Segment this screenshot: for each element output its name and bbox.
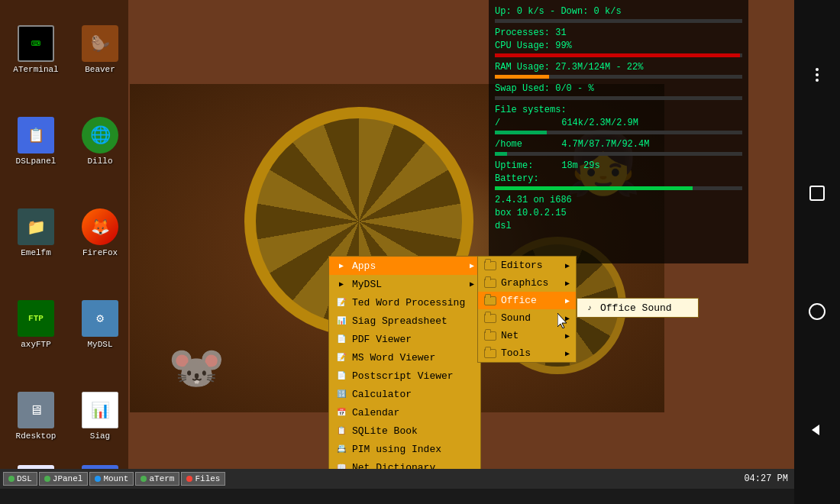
android-recents-button[interactable] [803,179,831,207]
axyftp-icon: FTP [18,300,54,337]
desktop-icon-dillo[interactable]: 🌐 Dillo [68,95,132,187]
network-bar [495,19,742,23]
battery-bar-container [495,186,742,190]
sub-menu-net[interactable]: Net ▶ [478,327,576,344]
sub-menu-editors[interactable]: Editors ▶ [478,257,576,274]
office-sound-item[interactable]: ♪ Office Sound [577,299,698,317]
axyftp-label: axyFTP [21,340,51,349]
sub-menu-office[interactable]: Office ▶ [478,292,576,309]
apps-context-menu: ▶ Apps ▶ ▶ MyDSL ▶ 📝 Ted Word Processing… [328,256,481,477]
mydsl-label: MyDSL [87,340,112,349]
taskbar-jpanel[interactable]: JPanel [39,472,89,486]
sub-menu-tools[interactable]: Tools ▶ [478,344,576,362]
siag-label: Siag [90,431,110,441]
desktop-icon-axyftp[interactable]: FTP axyFTP [4,279,68,370]
postscript-menu-icon: 📄 [335,370,347,382]
firefox-label: FireFox [82,248,118,257]
svg-point-1 [816,68,819,71]
ram-bar-fill [495,75,549,79]
menu-item-pdf[interactable]: 📄 PDF Viewer [329,330,480,348]
network-stat: Up: 0 k/s - Down: 0 k/s [495,6,742,17]
fs-home-bar-container [495,152,742,156]
siag-icon: 📊 [82,392,118,428]
files-dot [186,476,192,482]
tools-arrow: ▶ [565,349,570,358]
office-folder-icon [484,296,496,305]
siag-menu-icon: 📊 [335,315,347,327]
cpu-stat: CPU Usage: 99% [495,40,742,51]
fs-root-stat: / 614k/2.3M/2.9M [495,118,742,128]
android-back-button[interactable] [803,416,831,444]
dillo-icon: 🌐 [82,117,118,153]
extra-stat-2: box 10.0.2.15 [495,208,742,218]
taskbar-files[interactable]: Files [181,472,225,486]
desktop-icon-emelfm[interactable]: 📁 Emelfm [4,187,68,279]
svg-rect-4 [810,186,824,200]
sub-menu-graphics[interactable]: Graphics ▶ [478,274,576,292]
menu-item-calculator[interactable]: 🔢 Calculator [329,385,480,403]
desktop-icon-beaver[interactable]: 🦫 Beaver [68,4,132,95]
menu-item-mydsl[interactable]: ▶ MyDSL ▶ [329,275,480,293]
editors-folder-icon [484,261,496,270]
calculator-menu-icon: 🔢 [335,388,347,400]
sub-menu-sound[interactable]: Sound ▶ [478,309,576,327]
dslpanel-icon: 📋 [18,117,54,153]
fs-home-bar-fill [495,152,507,156]
net-folder-icon [484,331,496,341]
rdesktop-label: Rdesktop [16,431,57,441]
rdesktop-icon: 🖥 [18,392,54,428]
apps-submenu: Editors ▶ Graphics ▶ Office ▶ Sound ▶ Ne… [477,256,577,363]
stats-panel: Up: 0 k/s - Down: 0 k/s Processes: 31 CP… [489,0,748,263]
filesystems-label: File systems: [495,105,742,115]
ted-menu-icon: 📝 [335,296,347,309]
swap-bar-container [495,96,742,100]
processes-stat: Processes: 31 [495,27,742,38]
jpanel-dot [44,476,50,482]
office-arrow: ▶ [565,296,570,305]
taskbar-mount[interactable]: Mount [89,472,134,486]
svg-marker-6 [812,425,819,435]
aterm-dot [141,476,147,482]
desktop-sidebar: ⌨ ATerminal 🦫 Beaver 📋 DSLpanel 🌐 Dillo … [0,0,128,473]
emelfm-icon: 📁 [18,208,54,245]
aterminal-label: ATerminal [13,65,58,74]
apps-arrow: ▶ [470,261,474,270]
sound-arrow: ▶ [565,314,570,323]
menu-item-msword[interactable]: 📝 MS Word Viewer [329,348,480,367]
menu-item-sqlite[interactable]: 📋 SQLite Book [329,422,480,440]
mount-dot [95,476,101,482]
desktop-icon-siag[interactable]: 📊 Siag [68,370,132,462]
beaver-icon: 🦫 [82,25,118,62]
uptime-stat: Uptime: 18m 29s [495,160,742,171]
desktop-icon-mydsl[interactable]: ⚙ MyDSL [68,279,132,370]
desktop-icon-dslpanel[interactable]: 📋 DSLpanel [4,95,68,187]
apps-menu-icon: ▶ [335,260,347,272]
menu-item-ted[interactable]: 📝 Ted Word Processing [329,293,480,312]
sqlite-menu-icon: 📋 [335,425,347,437]
dslpanel-label: DSLpanel [16,157,57,166]
svg-point-3 [816,79,819,82]
emelfm-label: Emelfm [21,248,51,257]
menu-item-apps[interactable]: ▶ Apps ▶ [329,257,480,275]
taskbar-dsl[interactable]: DSL [3,472,37,486]
pim-menu-icon: 📇 [335,443,347,455]
android-more-button[interactable] [803,61,831,89]
menu-item-calendar[interactable]: 📅 Calendar [329,403,480,422]
fs-root-bar-container [495,131,742,134]
menu-item-pim[interactable]: 📇 PIM using Index [329,440,480,458]
graphics-arrow: ▶ [565,279,570,288]
sound-folder-icon [484,314,496,323]
battery-bar-fill [495,186,693,190]
desktop-icon-aterminal[interactable]: ⌨ ATerminal [4,4,68,95]
android-home-button[interactable] [803,298,831,325]
desktop: 👧 🐭 ⌨ ATerminal 🦫 Beaver 📋 DSLpanel 🌐 Di… [0,0,794,489]
ram-stat: RAM Usage: 27.3M/124M - 22% [495,62,742,73]
editors-arrow: ▶ [565,261,570,270]
menu-item-siag[interactable]: 📊 Siag Spreadsheet [329,312,480,330]
taskbar-aterm[interactable]: aTerm [135,472,179,486]
office-submenu: ♪ Office Sound [577,298,699,318]
desktop-icon-rdesktop[interactable]: 🖥 Rdesktop [4,370,68,462]
desktop-icon-firefox[interactable]: 🦊 FireFox [68,187,132,279]
battery-label: Battery: [495,173,742,184]
menu-item-postscript[interactable]: 📄 Postscript Viewer [329,367,480,385]
